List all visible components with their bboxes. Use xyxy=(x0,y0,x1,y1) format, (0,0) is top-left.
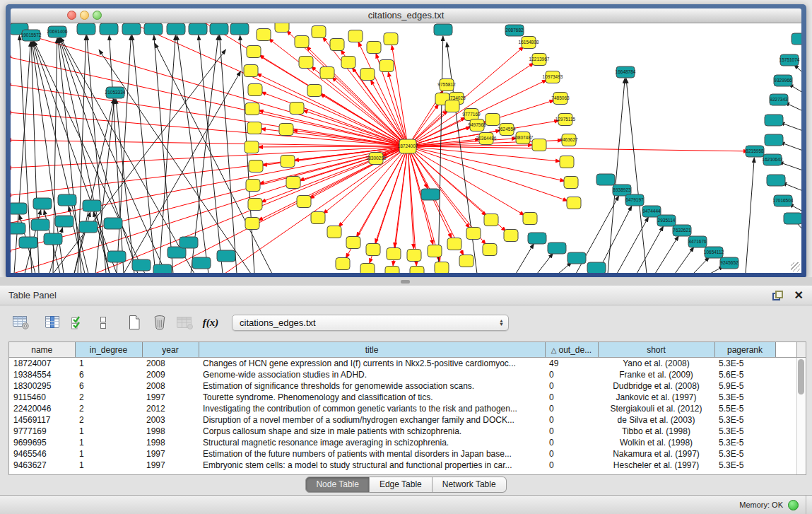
graph-node[interactable] xyxy=(248,84,262,96)
table-cell[interactable]: Franke et al. (2009) xyxy=(598,369,714,380)
graph-node[interactable] xyxy=(192,257,211,269)
graph-node[interactable] xyxy=(217,250,235,262)
graph-node[interactable] xyxy=(33,198,52,209)
table-cell[interactable]: 0 xyxy=(545,414,598,426)
delete-column-icon[interactable] xyxy=(147,310,172,335)
table-cell[interactable]: 0 xyxy=(545,460,598,471)
tab-edge-table[interactable]: Edge Table xyxy=(370,477,433,493)
table-cell[interactable]: 0 xyxy=(545,369,598,380)
graph-node[interactable] xyxy=(257,29,271,41)
table-cell[interactable]: Tibbo et al. (1998) xyxy=(598,426,714,437)
column-visibility-icon[interactable] xyxy=(40,310,65,335)
table-cell[interactable]: 5.9E-5 xyxy=(714,380,775,392)
table-cell[interactable]: Investigating the contribution of common… xyxy=(199,403,545,414)
column-header-out_de[interactable]: △out_de... xyxy=(545,342,598,358)
table-row[interactable]: 2242004622012Investigating the contribut… xyxy=(9,403,796,414)
graph-node[interactable] xyxy=(311,212,325,224)
graph-node[interactable] xyxy=(290,103,304,115)
graph-node[interactable] xyxy=(447,238,461,250)
graph-node[interactable] xyxy=(245,103,259,115)
memory-status-indicator[interactable] xyxy=(788,500,799,510)
table-cell[interactable]: 1997 xyxy=(142,460,199,471)
table-cell[interactable]: 1997 xyxy=(142,448,199,460)
graph-node[interactable] xyxy=(360,69,375,81)
graph-node[interactable] xyxy=(167,23,185,35)
graph-node[interactable] xyxy=(410,267,424,274)
graph-node[interactable] xyxy=(275,23,289,33)
table-cell[interactable]: 2003 xyxy=(142,414,199,426)
graph-node[interactable] xyxy=(180,237,198,248)
graph-node[interactable] xyxy=(548,243,566,254)
graph-node[interactable] xyxy=(379,60,394,72)
graph-node[interactable] xyxy=(31,219,49,230)
graph-node[interactable] xyxy=(486,114,500,126)
table-cell[interactable]: 0 xyxy=(545,403,598,414)
table-cell[interactable]: 0 xyxy=(545,437,598,448)
graph-node[interactable] xyxy=(792,33,801,45)
table-cell[interactable]: 9699695 xyxy=(9,437,75,448)
table-cell[interactable]: 14569117 xyxy=(9,414,75,426)
graph-node[interactable] xyxy=(11,203,27,214)
graph-node[interactable] xyxy=(307,85,322,97)
table-cell[interactable]: 1997 xyxy=(142,392,199,403)
column-header-title[interactable]: title xyxy=(199,342,545,358)
table-cell[interactable]: Stergiakouli et al. (2012) xyxy=(598,403,714,414)
table-cell[interactable]: 0 xyxy=(545,426,598,437)
table-cell[interactable]: 2 xyxy=(75,414,142,426)
table-cell[interactable]: 5.3E-5 xyxy=(714,448,775,460)
table-cell[interactable]: 1 xyxy=(75,426,142,437)
table-row[interactable]: 1872400712008Changes of HCN gene express… xyxy=(9,358,796,370)
column-header-name[interactable]: name xyxy=(9,342,75,358)
graph-node[interactable] xyxy=(532,139,546,151)
graph-node[interactable] xyxy=(248,199,262,211)
graph-node[interactable] xyxy=(596,174,615,185)
table-mode-icon[interactable] xyxy=(8,310,34,335)
graph-node[interactable] xyxy=(58,194,76,206)
graph-node[interactable] xyxy=(299,57,313,69)
graph-node[interactable] xyxy=(55,216,73,227)
table-cell[interactable]: 49 xyxy=(545,358,598,370)
graph-node[interactable] xyxy=(144,23,163,35)
graph-node[interactable] xyxy=(122,23,141,35)
graph-node[interactable] xyxy=(247,46,261,58)
table-row[interactable]: 946362711997Embryonic stem cells: a mode… xyxy=(9,460,796,471)
graph-node[interactable] xyxy=(459,255,473,267)
graph-node[interactable] xyxy=(360,264,375,274)
table-cell[interactable]: Jankovic et al. (1997) xyxy=(598,392,714,403)
graph-node[interactable] xyxy=(77,23,95,35)
graph-node[interactable] xyxy=(189,23,207,35)
graph-node[interactable] xyxy=(245,141,259,153)
tab-network-table[interactable]: Network Table xyxy=(433,477,507,493)
delete-table-icon[interactable] xyxy=(172,310,198,335)
column-header-short[interactable]: short xyxy=(598,342,714,358)
graph-node[interactable] xyxy=(504,230,518,242)
graph-node[interactable] xyxy=(587,262,606,273)
row-selection-icon[interactable] xyxy=(65,310,90,335)
graph-node[interactable] xyxy=(484,214,498,226)
table-row[interactable]: 977716911998Corpus callosum shape and si… xyxy=(9,426,796,437)
graph-node[interactable] xyxy=(366,244,380,256)
network-canvas[interactable]: 2069140619015572208768221053334893892364… xyxy=(11,23,801,273)
graph-node[interactable] xyxy=(445,100,459,112)
graph-node[interactable] xyxy=(384,33,398,45)
table-row[interactable]: 1938455462009Genome-wide association stu… xyxy=(9,369,796,380)
graph-node[interactable] xyxy=(83,200,101,211)
graph-node[interactable] xyxy=(435,262,449,274)
table-cell[interactable]: 2 xyxy=(75,403,142,414)
graph-node[interactable] xyxy=(247,122,261,134)
table-cell[interactable]: 6 xyxy=(75,380,142,392)
network-window-titlebar[interactable]: citations_edges.txt xyxy=(11,8,801,23)
table-cell[interactable]: 1998 xyxy=(142,437,199,448)
graph-node[interactable] xyxy=(528,233,546,244)
table-cell[interactable]: Estimation of significance thresholds fo… xyxy=(199,380,545,392)
graph-node[interactable] xyxy=(104,218,122,229)
table-cell[interactable]: 6 xyxy=(75,369,142,380)
graph-node[interactable] xyxy=(107,251,126,262)
graph-node[interactable] xyxy=(312,26,326,38)
graph-node[interactable] xyxy=(286,177,300,189)
table-cell[interactable]: 1998 xyxy=(142,426,199,437)
table-cell[interactable]: 2008 xyxy=(142,380,199,392)
table-cell[interactable]: 1 xyxy=(75,460,142,471)
graph-node[interactable] xyxy=(279,124,293,136)
table-cell[interactable]: 0 xyxy=(545,448,598,460)
